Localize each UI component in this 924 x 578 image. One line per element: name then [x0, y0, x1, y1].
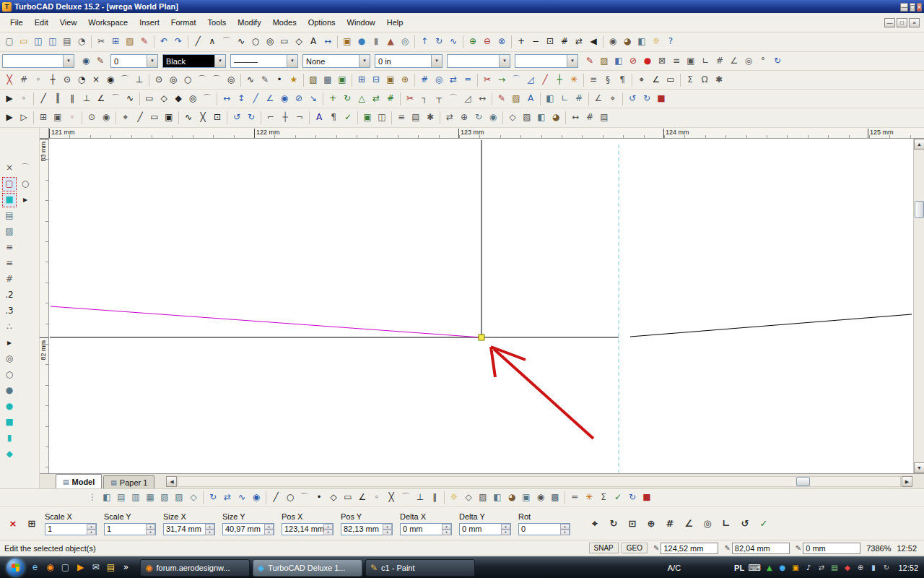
line-parallel-icon[interactable]: ∥	[65, 92, 79, 106]
brush-style-icon[interactable]: ▨	[509, 92, 523, 106]
polygon-icon[interactable]: ◇	[292, 35, 306, 49]
red-marker-icon[interactable]: ●	[640, 54, 655, 69]
render-quality-icon[interactable]: ◕	[505, 491, 519, 505]
mdi-minimize-button[interactable]: —	[884, 18, 895, 27]
snap-quadrant-icon[interactable]: ◔	[74, 73, 89, 87]
rotate-ccw-icon[interactable]: ↺	[230, 111, 244, 125]
undo-icon[interactable]: ↶	[157, 35, 171, 49]
calculator-icon[interactable]: Σ	[683, 73, 697, 87]
selected-magenta-line[interactable]	[51, 306, 481, 337]
spinner-down-icon[interactable]: ▼	[264, 530, 274, 535]
zoom-realtime-icon[interactable]: ⊕	[457, 111, 471, 125]
materials-icon[interactable]: ◧	[635, 35, 649, 49]
group-edit-icon[interactable]: ⊞	[36, 111, 51, 125]
rotate-cw-icon[interactable]: ↻	[244, 111, 258, 125]
menu-format[interactable]: Format	[165, 15, 202, 30]
apply-changes-icon[interactable]: ✓	[757, 517, 771, 531]
coord-value[interactable]: 82,04 mm	[732, 543, 790, 554]
redo-icon[interactable]: ↷	[171, 35, 186, 49]
spinner[interactable]: ▲▼	[323, 524, 333, 535]
mirror-copy-icon[interactable]: ⇄	[369, 92, 383, 106]
view-front-icon[interactable]: ▥	[128, 491, 143, 505]
analyze-icon[interactable]: Σ	[596, 491, 611, 505]
snap-indicator-icon[interactable]: #	[663, 517, 677, 531]
snap-mode-icon[interactable]: #	[712, 54, 727, 69]
no-snap-icon[interactable]: ╳	[2, 73, 17, 87]
sphere-3d-icon[interactable]: ●	[354, 35, 369, 49]
text-icon[interactable]: A	[306, 35, 321, 49]
spinner-down-icon[interactable]: ▼	[146, 530, 155, 535]
cut-icon[interactable]: ✂	[94, 35, 108, 49]
extend-icon[interactable]: →	[494, 73, 509, 87]
dim-angular-icon[interactable]: ∠	[263, 92, 277, 106]
update-view-icon[interactable]: ↻	[625, 491, 640, 505]
snap-tangent-icon[interactable]: ⌒	[118, 73, 132, 87]
curve-sketch-icon[interactable]: ✎	[258, 73, 272, 87]
torus-3d-icon[interactable]: ◎	[398, 35, 412, 49]
stop-render-icon[interactable]: ■	[654, 92, 668, 106]
draw-arc-icon[interactable]: ⌒	[297, 491, 312, 505]
selector-style-combo[interactable]: ▼	[2, 54, 74, 68]
rect-rotated-icon[interactable]: ◇	[157, 92, 171, 106]
array-polar-icon[interactable]: ◎	[432, 73, 446, 87]
zoom-extents-icon[interactable]: #	[557, 35, 572, 49]
canvas-svg[interactable]	[49, 139, 913, 473]
field-input[interactable]: 1▲▼	[104, 523, 156, 535]
ungroup-icon[interactable]: ⊟	[369, 73, 383, 87]
rectangle-icon[interactable]: ▭	[277, 35, 292, 49]
ortho-mode-icon[interactable]: ∟	[698, 54, 712, 69]
orbit-3d-icon[interactable]: ↻	[471, 111, 486, 125]
spinner[interactable]: ▲▼	[264, 524, 274, 535]
modify-trim-icon[interactable]: ✂	[403, 92, 417, 106]
pick-solid-icon[interactable]: ▣	[162, 111, 176, 125]
star-icon[interactable]: ★	[287, 73, 301, 87]
precision-3-icon[interactable]: .3	[2, 304, 17, 319]
boolean-add-icon[interactable]: ⊕	[466, 35, 480, 49]
snap-center-icon[interactable]: ⊙	[60, 73, 74, 87]
spinner-up-icon[interactable]: ▲	[560, 524, 570, 530]
linestyle-list-icon[interactable]: ≡	[2, 241, 17, 255]
snap-intersection-icon[interactable]: ×	[89, 73, 103, 87]
chevron-down-icon[interactable]: ▼	[567, 55, 578, 67]
offset-icon[interactable]: ═	[461, 73, 475, 87]
save-icon[interactable]: ◫	[31, 35, 45, 49]
refresh-inspector-icon[interactable]: ↺	[738, 517, 752, 531]
pan-hand-icon[interactable]: ⇄	[443, 111, 457, 125]
line-angular-icon[interactable]: ∠	[94, 92, 108, 106]
draw-polygon-icon[interactable]: ◇	[326, 491, 341, 505]
messenger-icon[interactable]: ●	[777, 562, 788, 574]
spinner-up-icon[interactable]: ▲	[501, 524, 510, 530]
view-back-icon[interactable]: ▧	[157, 491, 172, 505]
field-input[interactable]: 0 mm▲▼	[459, 523, 511, 535]
show-desktop-icon[interactable]: ▢	[58, 561, 72, 575]
precision-2-icon[interactable]: .2	[2, 288, 17, 303]
menu-help[interactable]: Help	[381, 15, 409, 30]
toggle-snap[interactable]: SNAP	[589, 543, 619, 553]
revolve-icon[interactable]: ↻	[432, 35, 446, 49]
drawing-canvas[interactable]	[49, 139, 913, 473]
palette-close-icon[interactable]: ×	[2, 161, 17, 176]
flyout-arrow-icon[interactable]: ▸	[18, 193, 32, 207]
box-swatch-icon[interactable]: ■	[2, 415, 17, 430]
print-icon[interactable]: ▤	[60, 35, 74, 49]
shrink-extend-icon[interactable]: ↔	[475, 92, 489, 106]
environment-icon[interactable]: ▩	[548, 491, 562, 505]
hatch-swatch-icon[interactable]: ▨	[2, 225, 17, 239]
zoom-out-icon[interactable]: −	[528, 35, 543, 49]
keyboard-icon[interactable]: ⌨	[748, 563, 760, 573]
array-rectangular-icon[interactable]: #	[417, 73, 432, 87]
spinner[interactable]: ▲▼	[560, 524, 570, 535]
field-input[interactable]: 0▲▼	[518, 523, 570, 535]
ucs-indicator-icon[interactable]: ∟	[719, 517, 733, 531]
mdi-close-button[interactable]: ×	[909, 18, 920, 27]
chevron-down-icon[interactable]: ▼	[214, 55, 225, 67]
menu-insert[interactable]: Insert	[134, 15, 165, 30]
measure-area-icon[interactable]: ▭	[663, 73, 678, 87]
render-icon[interactable]: ◕	[620, 35, 635, 49]
hatch-brush-icon[interactable]: ▨	[597, 54, 611, 69]
workplane-icon[interactable]: ◧	[543, 92, 557, 106]
dim-vertical-icon[interactable]: ↕	[234, 92, 248, 106]
spinner-down-icon[interactable]: ▼	[560, 530, 570, 535]
paste-icon[interactable]: ▨	[123, 35, 137, 49]
pen-toggle-icon[interactable]: ✎	[93, 54, 108, 69]
